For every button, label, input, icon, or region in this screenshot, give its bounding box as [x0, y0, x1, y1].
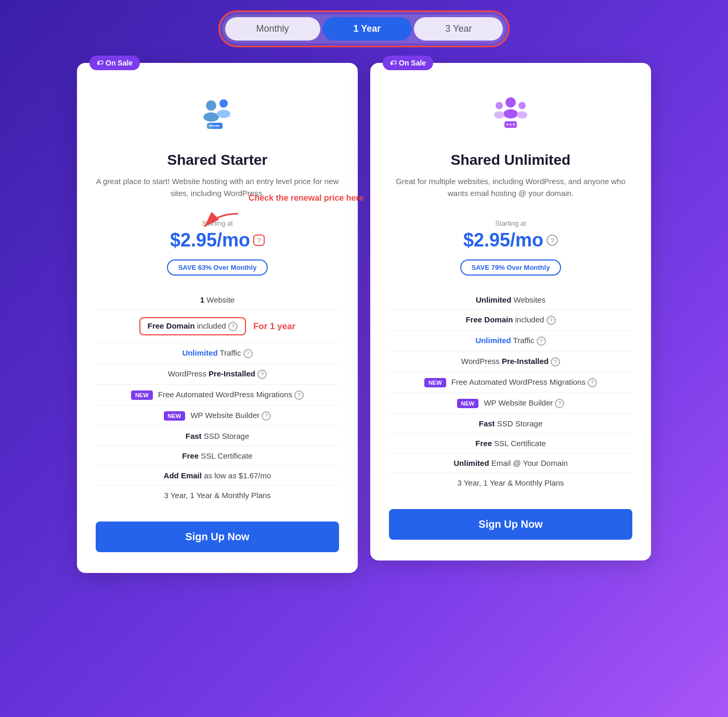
new-badge-migrations-unlimited: NEW	[424, 378, 446, 387]
svg-point-9	[216, 125, 217, 127]
billing-toggle-container: Monthly 1 Year 3 Year	[218, 10, 510, 47]
plan-title-unlimited: Shared Unlimited	[389, 152, 632, 168]
feature-ssd-unlimited: Fast SSD Storage	[389, 414, 632, 434]
plan-card-unlimited: On Sale Shared Unlimi	[370, 63, 651, 560]
feature-ssl-unlimited: Free SSL Certificate	[389, 434, 632, 453]
svg-point-12	[505, 97, 516, 108]
billing-toggle: Monthly 1 Year 3 Year	[223, 15, 506, 43]
for-1-year-annotation: For 1 year	[253, 321, 295, 331]
feature-websites-unlimited: Unlimited Websites	[389, 290, 632, 310]
features-list-unlimited: Unlimited Websites Free Domain included …	[389, 290, 632, 492]
feature-wp-unlimited: WordPress Pre-Installed ?	[389, 351, 632, 372]
plan-description-starter: A great place to start! Website hosting …	[96, 176, 339, 207]
traffic-question-icon-starter[interactable]: ?	[243, 349, 253, 358]
new-badge-builder-starter: NEW	[164, 411, 186, 421]
feature-wp-starter: WordPress Pre-Installed ?	[96, 364, 339, 385]
on-sale-badge-starter: On Sale	[89, 56, 140, 70]
plan-icon-unlimited	[389, 94, 632, 144]
price-starter: $2.95/mo	[170, 229, 250, 251]
domain-question-icon-starter[interactable]: ?	[228, 322, 238, 331]
save-badge-starter: SAVE 63% Over Monthly	[96, 259, 339, 276]
svg-point-17	[517, 111, 527, 119]
feature-domain-starter: Free Domain included ? For 1 year	[96, 310, 339, 343]
plan-icon-starter	[96, 94, 339, 144]
cards-container: On Sale Sh	[10, 63, 718, 573]
price-unlimited: $2.95/mo	[463, 229, 543, 251]
domain-question-icon-unlimited[interactable]: ?	[547, 316, 556, 325]
feature-plans-unlimited: 3 Year, 1 Year & Monthly Plans	[389, 473, 632, 492]
svg-point-10	[218, 125, 219, 127]
toggle-monthly[interactable]: Monthly	[225, 17, 320, 41]
feature-traffic-unlimited: Unlimited Traffic ?	[389, 331, 632, 351]
feature-email-unlimited: Unlimited Email @ Your Domain	[389, 453, 632, 473]
price-area-unlimited: Starting at $2.95/mo ? SAVE 79% Over Mon…	[389, 219, 632, 276]
signup-button-starter[interactable]: Sign Up Now	[96, 522, 339, 552]
feature-builder-starter: NEW WP Website Builder ?	[96, 406, 339, 426]
toggle-3year[interactable]: 3 Year	[414, 17, 503, 41]
features-list-starter: 1 Website Free Domain included ? For 1 y…	[96, 290, 339, 505]
feature-plans-starter: 3 Year, 1 Year & Monthly Plans	[96, 486, 339, 505]
page-wrapper: Monthly 1 Year 3 Year On Sale	[10, 10, 718, 573]
feature-domain-unlimited: Free Domain included ?	[389, 310, 632, 331]
svg-point-0	[206, 100, 216, 111]
feature-builder-unlimited: NEW WP Website Builder ?	[389, 393, 632, 414]
svg-point-13	[503, 109, 518, 119]
svg-point-21	[513, 124, 515, 125]
feature-ssl-starter: Free SSL Certificate	[96, 446, 339, 466]
price-area-starter: Starting at $2.95/mo ? Check the renewal…	[96, 219, 339, 276]
wp-question-icon-starter[interactable]: ?	[257, 370, 267, 379]
new-badge-builder-unlimited: NEW	[457, 399, 479, 408]
feature-ssd-starter: Fast SSD Storage	[96, 426, 339, 446]
svg-point-14	[496, 102, 503, 109]
toggle-1year[interactable]: 1 Year	[322, 17, 412, 41]
svg-point-19	[507, 124, 509, 125]
price-row-starter: $2.95/mo ? Check the renewal price here	[96, 229, 339, 251]
price-question-icon-starter[interactable]: ?	[253, 234, 265, 246]
svg-point-3	[217, 110, 230, 118]
migrations-question-icon-starter[interactable]: ?	[294, 390, 304, 400]
signup-button-unlimited[interactable]: Sign Up Now	[389, 509, 632, 540]
new-badge-migrations-starter: NEW	[131, 390, 153, 400]
on-sale-badge-unlimited: On Sale	[383, 56, 433, 70]
svg-point-16	[518, 102, 526, 109]
svg-point-7	[212, 125, 213, 127]
feature-migrations-unlimited: NEW Free Automated WordPress Migrations …	[389, 372, 632, 393]
builder-question-icon-starter[interactable]: ?	[262, 411, 271, 421]
plan-card-starter: On Sale Sh	[77, 63, 358, 573]
starting-at-starter: Starting at	[96, 219, 339, 227]
wp-question-icon-unlimited[interactable]: ?	[551, 357, 560, 367]
svg-point-6	[210, 125, 211, 127]
price-question-icon-unlimited[interactable]: ?	[547, 234, 558, 246]
feature-domain-bordered: Free Domain included ?	[139, 317, 246, 335]
svg-point-20	[510, 124, 512, 125]
builder-question-icon-unlimited[interactable]: ?	[555, 399, 564, 408]
traffic-question-icon-unlimited[interactable]: ?	[537, 336, 546, 346]
save-badge-unlimited: SAVE 79% Over Monthly	[389, 259, 632, 276]
feature-websites-starter: 1 Website	[96, 290, 339, 310]
starting-at-unlimited: Starting at	[389, 219, 632, 227]
price-row-unlimited: $2.95/mo ?	[389, 229, 632, 251]
migrations-question-icon-unlimited[interactable]: ?	[588, 378, 597, 387]
feature-traffic-starter: Unlimited Traffic ?	[96, 343, 339, 364]
svg-point-2	[219, 99, 228, 108]
plan-description-unlimited: Great for multiple websites, including W…	[389, 176, 632, 207]
feature-email-starter: Add Email as low as $1.67/mo	[96, 466, 339, 486]
svg-point-15	[494, 111, 504, 119]
svg-point-8	[214, 125, 215, 127]
plan-title-starter: Shared Starter	[96, 152, 339, 168]
svg-point-1	[203, 112, 219, 122]
feature-migrations-starter: NEW Free Automated WordPress Migrations …	[96, 385, 339, 406]
